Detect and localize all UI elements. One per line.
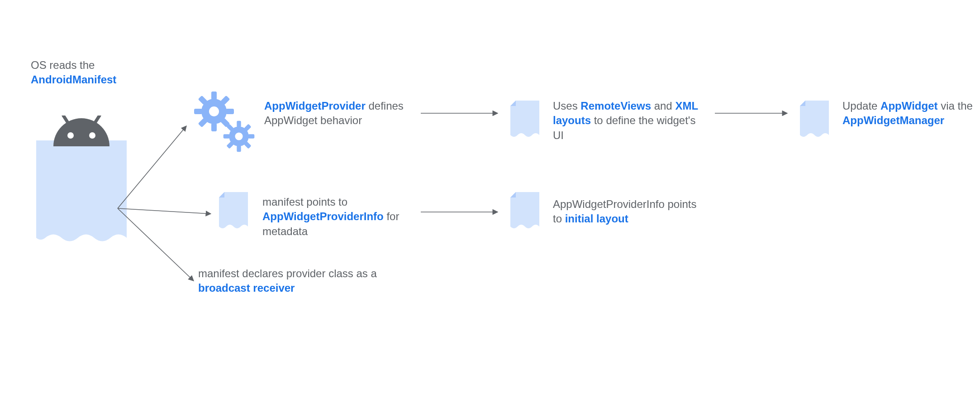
intro-line1: OS reads the xyxy=(31,59,95,71)
svg-rect-5 xyxy=(211,92,217,100)
svg-rect-6 xyxy=(211,123,217,131)
node-providerinfo: manifest points to AppWidgetProviderInfo… xyxy=(262,195,416,239)
page-icon xyxy=(508,100,542,140)
svg-rect-7 xyxy=(226,109,234,114)
page-icon xyxy=(797,100,831,140)
intro-keyword: AndroidManifest xyxy=(31,73,116,86)
node-initial-layout: AppWidgetProviderInfo points to initial … xyxy=(553,197,707,226)
kw-appwidgetprovider: AppWidgetProvider xyxy=(264,100,366,112)
svg-point-13 xyxy=(209,106,219,116)
txt-up-pre: Update xyxy=(842,100,880,112)
intro-text: OS reads the AndroidManifest xyxy=(31,58,167,87)
node-remoteviews: Uses RemoteViews and XML layouts to defi… xyxy=(553,99,707,143)
txt-rv-pre: Uses xyxy=(553,100,580,112)
kw-broadcast-receiver: broadcast receiver xyxy=(198,282,295,294)
kw-initial-layout: initial layout xyxy=(565,212,628,225)
kw-appwidget: AppWidget xyxy=(880,100,937,112)
txt-pi-pre: manifest points to xyxy=(262,196,347,208)
kw-appwidgetproviderinfo: AppWidgetProviderInfo xyxy=(262,210,384,222)
txt-up-mid: via the xyxy=(937,100,972,112)
kw-appwidgetmanager: AppWidgetManager xyxy=(842,114,944,126)
svg-point-23 xyxy=(235,132,243,140)
page-icon xyxy=(216,191,250,232)
gears-icon xyxy=(189,89,257,157)
svg-point-3 xyxy=(89,132,95,139)
kw-remoteviews: RemoteViews xyxy=(580,100,651,112)
android-manifest-icon xyxy=(33,116,130,251)
node-appwidgetprovider: AppWidgetProvider defines AppWidget beha… xyxy=(264,99,404,128)
svg-rect-18 xyxy=(224,134,230,138)
diagram-stage: OS reads the AndroidManifest xyxy=(0,0,980,395)
svg-rect-17 xyxy=(248,134,254,138)
svg-rect-8 xyxy=(194,109,202,114)
svg-rect-16 xyxy=(237,145,241,152)
txt-rv-mid: and xyxy=(651,100,675,112)
arrow-to-providerinfo xyxy=(118,208,211,214)
node-update-appwidget: Update AppWidget via the AppWidgetManage… xyxy=(842,99,978,128)
page-icon xyxy=(508,191,542,232)
svg-rect-15 xyxy=(237,121,241,127)
txt-bc-pre: manifest declares provider class as a xyxy=(198,267,377,279)
svg-point-2 xyxy=(67,132,74,139)
node-broadcast-receiver: manifest declares provider class as a br… xyxy=(198,266,406,296)
